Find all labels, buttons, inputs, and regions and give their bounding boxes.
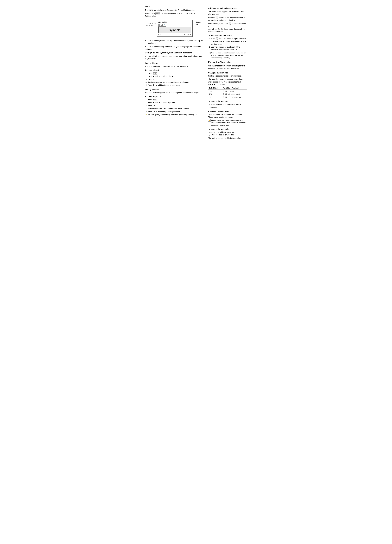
right-column: Adding International Characters The labe… bbox=[208, 5, 247, 140]
accent-key-inline: Äñ bbox=[216, 16, 218, 19]
list-item: Use the navigation keys to select the de… bbox=[147, 81, 203, 83]
accent-key-inline2: êñ bbox=[229, 22, 231, 25]
list-item: Use the navigation keys to select the de… bbox=[147, 107, 203, 110]
menu-after1: You can use the Symbols and Clip Art men… bbox=[145, 39, 203, 45]
menu-para1: The Menu key displays the Symbols/Clip A… bbox=[145, 9, 203, 11]
note-text: You can quickly access the punctuation s… bbox=[148, 113, 203, 116]
menu-after2: You can use the Settings menu to change … bbox=[145, 45, 203, 51]
formatting-heading: Formatting Your Label bbox=[208, 61, 247, 64]
insert-symbol-task: To insert a symbol bbox=[145, 95, 203, 98]
display-screen: Symbols bbox=[158, 27, 191, 33]
intl-chars-para3: For example, if you press êñ and then th… bbox=[208, 22, 247, 33]
font-size-para2: The font sizes available depend on the l… bbox=[208, 78, 247, 86]
font-size-key: AAA bbox=[216, 103, 219, 105]
adding-clipart-heading: Adding Clip Art bbox=[145, 62, 203, 65]
font-style-heading: Changing the Font Style bbox=[208, 110, 247, 113]
menu-heading: Menu bbox=[145, 5, 203, 8]
change-font-style-task: To change the font style bbox=[208, 128, 247, 130]
diagram-arrow-right: ← bbox=[193, 19, 195, 23]
accent-key-step: Äñ bbox=[216, 37, 218, 40]
display-bottom-bar: pt 88 B ⊞OLDI euro bbox=[158, 34, 191, 35]
menu-key-inline: Menu bbox=[149, 9, 153, 11]
font-table: Label Width Font Sizes Available 1/4"8, … bbox=[208, 87, 247, 99]
diagram-arrow-left: → bbox=[154, 19, 156, 25]
font-size-para1: Six font sizes are available for your la… bbox=[208, 75, 247, 77]
change-font-size-task: To change the font size bbox=[208, 100, 247, 103]
font-table-width-cell: 1/2" bbox=[208, 96, 222, 99]
intl-chars-para2: Pressing Äñ followed by a letter display… bbox=[208, 16, 247, 22]
list-item: Press OK. bbox=[147, 78, 203, 81]
list-item: Press OK to add the image to your label. bbox=[147, 84, 203, 86]
list-item: Press Äñ and then press an alpha charact… bbox=[211, 37, 247, 45]
display-tab-settings: 🔧 bbox=[163, 24, 166, 27]
note-accent: 📝 You can also access the accent variati… bbox=[208, 52, 247, 59]
note-font-style: 📝 Font styles are applied to all symbols… bbox=[208, 119, 247, 127]
display-top-bar: ABC abc ÄMl bbox=[158, 21, 191, 23]
diagram-label-right: Settingstab bbox=[196, 19, 203, 25]
list-item: Press Menu. bbox=[147, 98, 203, 101]
font-table-width-cell: 1/4" bbox=[208, 89, 222, 93]
note-icon: 📝 bbox=[145, 114, 147, 116]
insert-symbol-steps: Press Menu. Press ▲ and ▼ to select Symb… bbox=[147, 98, 203, 113]
display-diagram: ABC abc ÄMl !©& 🔧 Symbols pt 88 B ⊞OLDI … bbox=[157, 20, 193, 37]
intl-chars-para1: The label maker supports the extended La… bbox=[208, 10, 247, 15]
note-font-style-text: Font styles are applied to all symbols a… bbox=[211, 119, 247, 127]
left-column: Menu The Menu key displays the Symbols/C… bbox=[145, 5, 203, 140]
list-item: Press I to add or remove italic. bbox=[210, 134, 247, 136]
table-row: 3/8"8, 10, 12, 16, 20 point bbox=[208, 93, 247, 96]
clipart-intro: You can add clip art, symbols, punctuati… bbox=[145, 55, 203, 60]
change-font-style-steps: Press B to add or remove bold. Press I t… bbox=[210, 131, 247, 136]
display-tabs: !©& 🔧 bbox=[158, 24, 191, 27]
font-table-col2: Font Sizes Available bbox=[222, 87, 247, 89]
list-item: Use the navigation keys to select the ch… bbox=[211, 46, 247, 51]
note-icon3: 📝 bbox=[208, 119, 211, 122]
accent-steps: Press Äñ and then press an alpha charact… bbox=[211, 37, 247, 51]
display-bottom-left: pt 88 B bbox=[158, 34, 163, 35]
insert-clipart-steps: Press Menu. Press ▲ and ▼ to select Clip… bbox=[147, 72, 203, 86]
adding-symbols-para: The label maker supports the extended sy… bbox=[145, 91, 203, 94]
display-bottom-right: ⊞OLDI euro bbox=[184, 34, 191, 35]
adding-symbols-heading: Adding Symbols bbox=[145, 88, 203, 91]
menu-key-step2: Menu bbox=[153, 99, 157, 101]
menu-key-step: Menu bbox=[153, 72, 157, 75]
font-table-sizes-cell: 8, 10, 12, 16, 20 point bbox=[222, 93, 247, 96]
list-item: Press AAA until the desired font size is… bbox=[210, 103, 247, 108]
display-top-text: ABC abc ÄMl bbox=[158, 21, 167, 23]
list-item: Press OK. bbox=[147, 104, 203, 107]
font-table-width-cell: 3/8" bbox=[208, 93, 222, 96]
table-row: 1/2"8, 10, 12, 16, 20, 24 point bbox=[208, 96, 247, 99]
accent-task: To add accented characters bbox=[208, 34, 247, 37]
font-size-heading: Changing the Font Size bbox=[208, 71, 247, 74]
note-punctuation: 📝 You can quickly access the punctuation… bbox=[145, 113, 203, 116]
menu-key-inline2: Menu bbox=[155, 12, 160, 15]
list-item: Press B to add or remove bold. bbox=[210, 131, 247, 134]
display-diagram-wrapper: Symbols/Clip Art tab → ABC abc ÄMl !©& 🔧… bbox=[145, 19, 203, 38]
clipart-heading: Using Clip Art, Symbols, and Special Cha… bbox=[145, 51, 203, 54]
note-icon2: 📝 bbox=[208, 52, 211, 54]
list-item: Press ▲ and ▼ to select Clip Art. bbox=[147, 75, 203, 77]
insert-clipart-task: To insert clip art bbox=[145, 69, 203, 71]
list-item: Press OK to add the symbol to your label… bbox=[147, 110, 203, 113]
diagram-label-left: Symbols/Clip Art tab bbox=[145, 19, 153, 27]
menu-para2: Pressing the Menu key toggles between th… bbox=[145, 12, 203, 17]
formatting-intro: You can choose from several format optio… bbox=[208, 65, 247, 70]
list-item: Press Menu. bbox=[147, 72, 203, 75]
font-style-para1: Two font styles are available: bold and … bbox=[208, 113, 247, 118]
font-table-sizes-cell: 8, 10, 12, 16, 20, 24 point bbox=[222, 96, 247, 99]
display-tab-symbols: !©& bbox=[158, 24, 163, 27]
adding-clipart-para: The label maker includes the clip art sh… bbox=[145, 65, 203, 68]
intl-chars-heading: Adding International Characters bbox=[208, 7, 247, 10]
font-table-sizes-cell: 8, 10, 12 point bbox=[222, 89, 247, 93]
page-number: 7 bbox=[145, 144, 247, 147]
change-font-size-steps: Press AAA until the desired font size is… bbox=[210, 103, 247, 108]
style-visible: The style is instantly visible in the di… bbox=[208, 137, 247, 139]
font-table-col1: Label Width bbox=[208, 87, 222, 89]
list-item: Press ▲ and ▼ to select Symbols. bbox=[147, 101, 203, 104]
table-row: 1/4"8, 10, 12 point bbox=[208, 89, 247, 93]
note-accent-text: You can also access the accent variation… bbox=[211, 52, 247, 59]
